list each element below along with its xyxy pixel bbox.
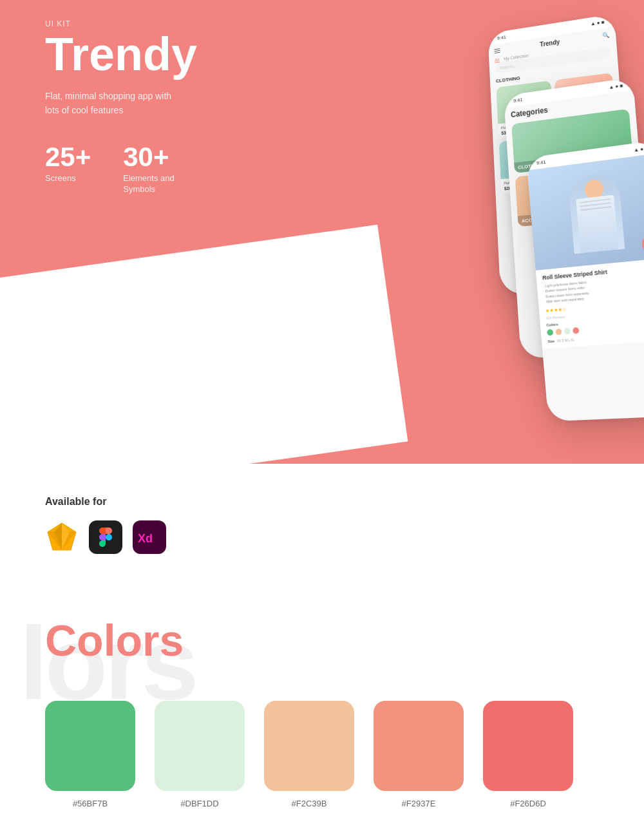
product-hero-visual xyxy=(527,153,644,271)
color-dot-mint xyxy=(564,328,571,335)
swatch-item-3: #F2C39B xyxy=(264,701,354,808)
stat-elements-label: Elements and Symbols xyxy=(123,173,187,195)
xd-tool-icon[interactable]: Xd xyxy=(133,520,166,554)
swatch-label-3: #F2C39B xyxy=(292,799,327,808)
xd-svg: Xd xyxy=(137,528,162,546)
swatch-light-green xyxy=(155,701,245,791)
colors-title: Colors xyxy=(45,618,599,662)
swatch-item-4: #F2937E xyxy=(374,701,464,808)
phone-1-time: 9:41 xyxy=(497,34,506,41)
phone-1-search-text: Search... xyxy=(500,63,516,70)
figma-svg xyxy=(97,524,115,550)
swatch-label-2: #DBF1DD xyxy=(180,799,218,808)
colors-section: lors Colors #56BF7B #DBF1DD #F2C39B #F29… xyxy=(0,580,644,838)
tab-all: All xyxy=(495,57,499,62)
swatch-label-4: #F2937E xyxy=(402,799,436,808)
size-options: XS S M L XL xyxy=(557,338,575,343)
swatch-peach xyxy=(264,701,354,791)
phone-2-icons: ▲ ● ■ xyxy=(609,82,623,90)
phone-2-time: 9:41 xyxy=(513,97,523,103)
phone-mockup-3: 9:41 ▲ ● ■ xyxy=(526,140,644,421)
figma-tool-icon[interactable] xyxy=(89,520,122,554)
available-label: Available for xyxy=(45,496,599,508)
phone-1-nav-title: Trendy xyxy=(540,39,560,48)
swatch-item-5: #F26D6D xyxy=(483,701,573,808)
swatch-green xyxy=(45,701,135,791)
swatch-item-2: #DBF1DD xyxy=(155,701,245,808)
phone-3-content: 🛒 Roll Sleeve Striped Shirt · Light poly… xyxy=(527,153,644,349)
size-label: Size xyxy=(547,339,554,344)
search-icon-phone: 🔍 xyxy=(602,32,610,39)
stat-elements-number: 30+ xyxy=(123,144,187,171)
swatch-label-5: #F26D6D xyxy=(510,799,546,808)
phone-3-inner: 9:41 ▲ ● ■ xyxy=(526,140,644,421)
stat-screens-number: 25+ xyxy=(45,144,91,171)
stat-screens: 25+ Screens xyxy=(45,144,91,195)
color-dot-coral xyxy=(573,327,579,334)
stat-elements: 30+ Elements and Symbols xyxy=(123,144,187,195)
color-dot-peach xyxy=(555,329,562,336)
phone-3-time: 9:41 xyxy=(536,158,546,166)
swatch-label-1: #56BF7B xyxy=(73,799,108,808)
hero-description: Flat, minimal shopping app with lots of … xyxy=(45,89,187,118)
stat-screens-label: Screens xyxy=(45,173,91,184)
svg-text:Xd: Xd xyxy=(138,532,153,545)
sketch-tool-icon[interactable] xyxy=(45,520,79,554)
phones-mockup-area: 9:41 ▲ ● ■ Trendy 🔍 All My Collection xyxy=(290,19,644,457)
hamburger-icon xyxy=(494,48,500,53)
color-dot-green xyxy=(547,329,553,336)
swatch-red xyxy=(483,701,573,791)
sketch-svg xyxy=(45,520,79,554)
tools-row: Xd xyxy=(45,520,599,554)
product-detail-info: Roll Sleeve Striped Shirt · Light poly/l… xyxy=(536,258,644,349)
swatch-item-1: #56BF7B xyxy=(45,701,135,808)
swatch-coral xyxy=(374,701,464,791)
available-section: Available for xyxy=(0,464,644,580)
phone-1-icons: ▲ ● ■ xyxy=(591,19,605,26)
color-swatches: #56BF7B #DBF1DD #F2C39B #F2937E #F26D6D xyxy=(45,701,599,808)
product-hero-img: 🛒 xyxy=(527,153,644,271)
hero-section: UI KIT Trendy Flat, minimal shopping app… xyxy=(0,0,644,464)
phone-3-icons: ▲ ● ■ xyxy=(634,145,644,153)
